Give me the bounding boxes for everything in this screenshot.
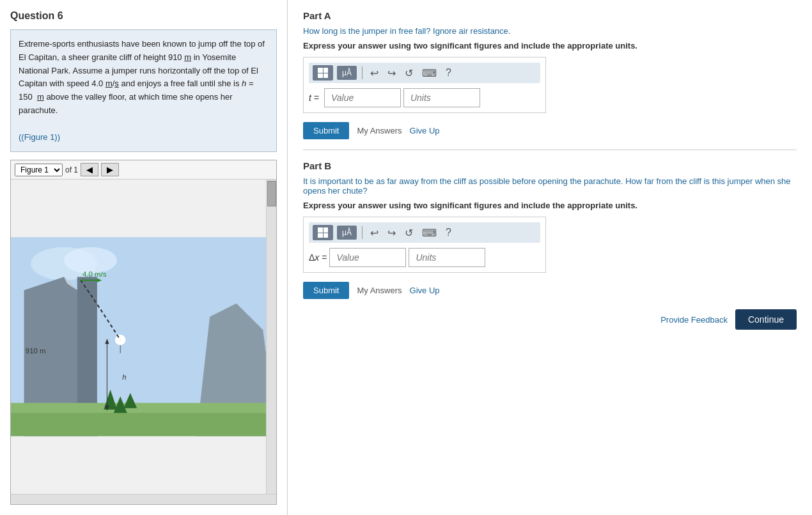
figure-container: Figure 1 of 1 ◀ ▶ [10,160,277,505]
part-a-units-input[interactable] [403,88,480,107]
grid-icon-b [318,227,328,238]
part-b-my-answers-link[interactable]: My Answers [357,286,402,295]
bottom-bar: Provide Feedback Continue [303,299,797,330]
figure-toolbar: Figure 1 of 1 ◀ ▶ [11,160,276,180]
part-b-toolbar: μÅ ↩ ↪ ↺ ⌨ ? [309,222,540,243]
part-a-redo-button[interactable]: ↪ [385,66,398,81]
grid-icon [318,68,328,78]
part-a-grid-button[interactable] [313,65,333,81]
part-b-help-button[interactable]: ? [443,226,454,240]
part-a-submit-row: Submit My Answers Give Up [303,122,797,139]
of-label: of 1 [65,165,78,174]
scrollbar-thumb[interactable] [267,181,276,206]
part-b-instruction: Express your answer using two significan… [303,201,797,210]
part-a-answer-box: μÅ ↩ ↪ ↺ ⌨ ? t = [303,57,546,113]
part-b-value-input[interactable] [329,248,406,267]
toolbar-separator-b [362,226,363,239]
part-b-label: Δx = [309,252,327,263]
svg-rect-9 [11,413,276,436]
part-b-reset-button[interactable]: ↺ [402,226,416,240]
question-text-box: Extreme-sports enthusiasts have been kno… [10,29,277,152]
provide-feedback-link[interactable]: Provide Feedback [660,315,728,325]
part-a-input-row: t = [309,88,540,107]
part-a-undo-button[interactable]: ↩ [368,66,381,81]
part-b-input-row: Δx = [309,248,540,267]
part-b-undo-button[interactable]: ↩ [368,226,381,240]
part-a-title: Part A [303,10,797,21]
right-panel: Part A How long is the jumper in free fa… [288,0,812,515]
part-b-question: It is important to be as far away from t… [303,176,797,196]
part-a-submit-button[interactable]: Submit [303,122,349,139]
part-a-value-input[interactable] [324,88,401,107]
part-a-label: t = [309,93,319,103]
part-a-question: How long is the jumper in free fall? Ign… [303,26,797,36]
part-a-reset-button[interactable]: ↺ [402,66,416,81]
part-b-section: Part B It is important to be as far away… [303,160,797,340]
part-a-toolbar: μÅ ↩ ↪ ↺ ⌨ ? [309,63,540,83]
part-b-keyboard-button[interactable]: ⌨ [419,226,439,240]
svg-text:4.0 m/s: 4.0 m/s [82,271,107,279]
svg-text:h: h [122,374,126,381]
part-b-units-input[interactable] [409,248,485,267]
figure-bottom-bar [11,494,276,504]
figure-select[interactable]: Figure 1 [15,164,63,176]
part-b-mu-button[interactable]: μÅ [337,226,357,240]
part-a-give-up-link[interactable]: Give Up [410,126,440,135]
figure-next-button[interactable]: ▶ [101,163,119,176]
figure-svg: 4.0 m/s 910 m h [11,180,276,494]
part-b-answer-box: μÅ ↩ ↪ ↺ ⌨ ? Δx = [303,217,546,273]
part-b-submit-row: Submit My Answers Give Up [303,282,797,299]
figure-prev-button[interactable]: ◀ [81,163,98,176]
part-b-grid-button[interactable] [313,225,333,240]
question-text: Extreme-sports enthusiasts have been kno… [19,39,265,142]
part-b-submit-button[interactable]: Submit [303,282,349,299]
question-title: Question 6 [10,10,277,22]
svg-text:910 m: 910 m [26,347,46,355]
left-panel: Question 6 Extreme-sports enthusiasts ha… [0,0,288,515]
part-b-title: Part B [303,160,797,171]
figure-link[interactable]: ((Figure 1)) [19,132,60,142]
part-a-instruction: Express your answer using two significan… [303,41,797,50]
part-a-mu-button[interactable]: μÅ [337,66,357,80]
part-a-keyboard-button[interactable]: ⌨ [419,66,439,81]
continue-button[interactable]: Continue [735,309,797,330]
figure-scrollbar[interactable] [266,180,276,494]
part-a-my-answers-link[interactable]: My Answers [357,126,402,135]
svg-point-2 [64,247,117,274]
part-a-section: Part A How long is the jumper in free fa… [303,10,797,150]
part-b-give-up-link[interactable]: Give Up [410,286,440,295]
figure-content: 4.0 m/s 910 m h [11,180,276,494]
part-a-help-button[interactable]: ? [443,66,454,80]
part-b-redo-button[interactable]: ↪ [385,226,398,240]
toolbar-separator [362,66,363,79]
